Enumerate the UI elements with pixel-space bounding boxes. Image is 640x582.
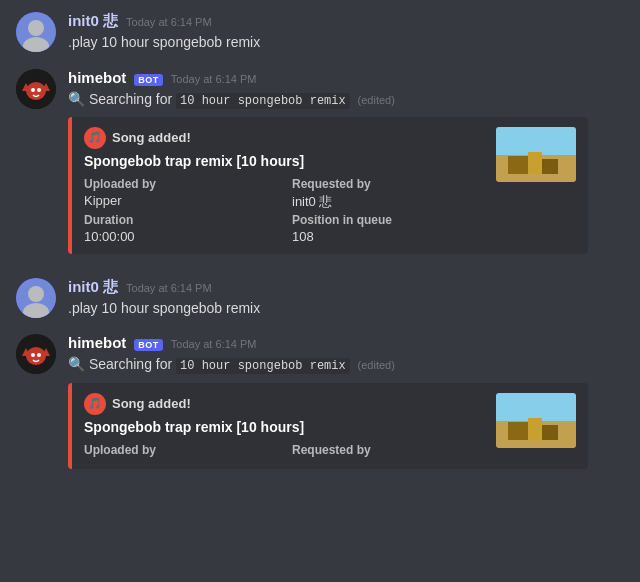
svg-point-1 <box>28 20 44 36</box>
embed-card-1: 🎵 Song added! Spongebob trap remix [10 h… <box>68 117 588 254</box>
search-icon: 🔍 <box>68 356 85 372</box>
avatar <box>16 69 56 109</box>
message-header: init0 悲 Today at 6:14 PM <box>68 12 624 31</box>
requested-by-label: Requested by <box>292 177 484 191</box>
message-header: himebot BOT Today at 6:14 PM <box>68 334 624 351</box>
username: himebot <box>68 334 126 351</box>
bot-badge: BOT <box>134 339 163 351</box>
embed-song-header: 🎵 Song added! <box>84 127 484 149</box>
timestamp: Today at 6:14 PM <box>171 73 257 85</box>
message-content-4: himebot BOT Today at 6:14 PM 🔍 Searching… <box>68 334 624 468</box>
uploaded-by-label: Uploaded by <box>84 443 276 457</box>
username: init0 悲 <box>68 278 118 297</box>
search-icon: 🔍 <box>68 91 85 107</box>
timestamp: Today at 6:14 PM <box>171 338 257 350</box>
embed-thumbnail-2 <box>496 393 576 448</box>
thumbnail-scene <box>496 127 576 182</box>
thumb-house-1 <box>508 422 530 440</box>
position-value: 108 <box>292 229 484 244</box>
avatar <box>16 334 56 374</box>
search-query: 10 hour spongebob remix <box>176 93 350 109</box>
avatar <box>16 278 56 318</box>
requested-by-value: init0 悲 <box>292 193 484 211</box>
search-line: 🔍 Searching for 10 hour spongebob remix … <box>68 353 624 376</box>
message-content-3: init0 悲 Today at 6:14 PM .play 10 hour s… <box>68 278 624 319</box>
music-icon: 🎵 <box>84 127 106 149</box>
thumb-house-1 <box>508 156 530 174</box>
message-group-3: init0 悲 Today at 6:14 PM .play 10 hour s… <box>0 266 640 323</box>
thumb-pineapple <box>528 152 542 174</box>
searching-prefix: Searching for <box>89 356 176 372</box>
svg-point-10 <box>28 286 44 302</box>
message-header: himebot BOT Today at 6:14 PM <box>68 69 624 86</box>
message-group-4: himebot BOT Today at 6:14 PM 🔍 Searching… <box>0 322 640 472</box>
username: himebot <box>68 69 126 86</box>
timestamp: Today at 6:14 PM <box>126 282 212 294</box>
svg-point-8 <box>37 88 41 92</box>
searching-prefix: Searching for <box>89 91 176 107</box>
uploaded-by-value: Kipper <box>84 193 276 211</box>
svg-point-17 <box>37 353 41 357</box>
embed-thumbnail <box>496 127 576 182</box>
uploaded-by-label: Uploaded by <box>84 177 276 191</box>
song-meta: Uploaded by Requested by <box>84 443 484 459</box>
search-query: 10 hour spongebob remix <box>176 358 350 374</box>
message-header: init0 悲 Today at 6:14 PM <box>68 278 624 297</box>
embed-card-2: 🎵 Song added! Spongebob trap remix [10 h… <box>68 383 588 469</box>
duration-label: Duration <box>84 213 276 227</box>
position-label: Position in queue <box>292 213 484 227</box>
embed-body: 🎵 Song added! Spongebob trap remix [10 h… <box>84 393 484 459</box>
embed-song-header: 🎵 Song added! <box>84 393 484 415</box>
bot-badge: BOT <box>134 74 163 86</box>
separator-1 <box>0 258 640 266</box>
message-text: .play 10 hour spongebob remix <box>68 33 624 53</box>
edited-tag: (edited) <box>358 94 395 106</box>
svg-point-16 <box>31 353 35 357</box>
timestamp: Today at 6:14 PM <box>126 16 212 28</box>
search-line: 🔍 Searching for 10 hour spongebob remix … <box>68 88 624 111</box>
message-text: .play 10 hour spongebob remix <box>68 299 624 319</box>
song-added-text: Song added! <box>112 130 191 145</box>
thumb-pineapple <box>528 418 542 440</box>
requested-by-label: Requested by <box>292 443 484 457</box>
message-content-1: init0 悲 Today at 6:14 PM .play 10 hour s… <box>68 12 624 53</box>
song-title: Spongebob trap remix [10 hours] <box>84 153 484 169</box>
edited-tag: (edited) <box>358 359 395 371</box>
embed-body: 🎵 Song added! Spongebob trap remix [10 h… <box>84 127 484 244</box>
thumb-house-2 <box>540 159 558 174</box>
song-meta: Uploaded by Requested by Kipper init0 悲 … <box>84 177 484 244</box>
duration-value: 10:00:00 <box>84 229 276 244</box>
music-icon: 🎵 <box>84 393 106 415</box>
message-group-1: init0 悲 Today at 6:14 PM .play 10 hour s… <box>0 0 640 57</box>
message-content-2: himebot BOT Today at 6:14 PM 🔍 Searching… <box>68 69 624 254</box>
thumb-house-2 <box>540 425 558 440</box>
svg-point-7 <box>31 88 35 92</box>
thumbnail-scene-2 <box>496 393 576 448</box>
song-added-text: Song added! <box>112 396 191 411</box>
message-group-2: himebot BOT Today at 6:14 PM 🔍 Searching… <box>0 57 640 258</box>
avatar <box>16 12 56 52</box>
song-title: Spongebob trap remix [10 hours] <box>84 419 484 435</box>
username: init0 悲 <box>68 12 118 31</box>
